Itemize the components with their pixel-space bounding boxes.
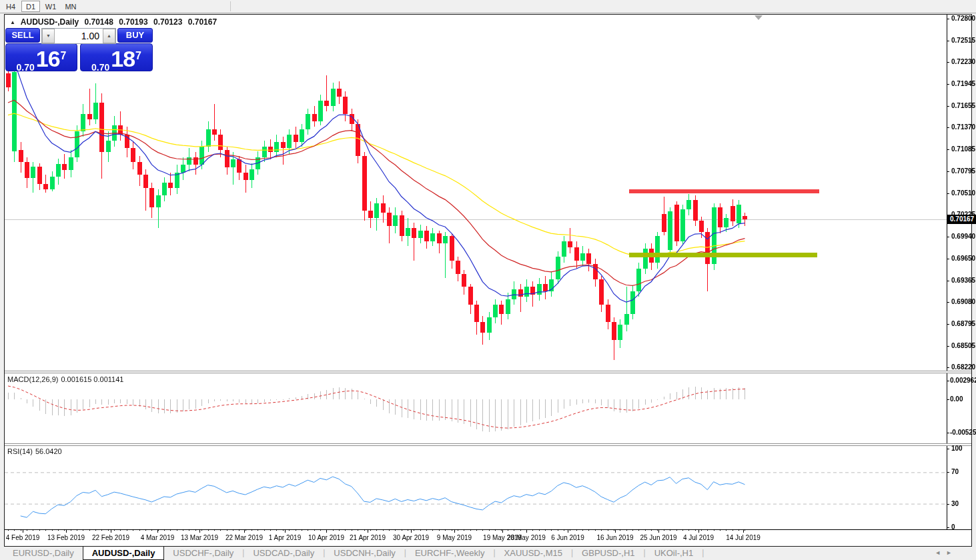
macd-axis-label: -0.005255: [950, 429, 976, 436]
rsi-value: 56.0420: [35, 447, 62, 455]
sell-price-prefix: 0.70: [17, 62, 35, 73]
sell-price-big: 16: [36, 46, 60, 71]
chart-symbol: AUDUSD-,Daily: [21, 17, 79, 27]
price-axis-label: 0.72515: [951, 37, 975, 44]
macd-axis-label: 0.002962: [950, 377, 976, 384]
buy-price-prefix: 0.70: [91, 62, 109, 73]
date-axis-label: 22 Feb 2019: [86, 534, 135, 541]
tab-scroll-arrows[interactable]: ◄►: [935, 549, 957, 556]
tab-xauusd-m15[interactable]: XAUUSD-,M15: [496, 547, 571, 560]
rsi-axis-label: 0: [951, 523, 955, 531]
date-axis-label: 9 May 2019: [430, 534, 479, 541]
buy-price-box[interactable]: 0.70187: [80, 43, 153, 71]
buy-price-big: 18: [111, 46, 135, 71]
collapse-panel-icon[interactable]: ▲: [10, 19, 15, 25]
tab-eurchf-weekly[interactable]: EURCHF-,Weekly: [406, 547, 494, 560]
timeframe-toolbar: H4 D1 W1 MN: [0, 0, 976, 13]
timeframe-button-d1[interactable]: D1: [21, 1, 40, 12]
rsi-indicator-label: RSI(14)56.0420: [7, 447, 65, 455]
price-axis-label: 0.69365: [951, 277, 975, 284]
price-axis-label: 0.72230: [951, 58, 975, 65]
rsi-axis-label: 30: [951, 500, 959, 507]
rsi-axis-label: 100: [951, 445, 963, 452]
rsi-name: RSI(14): [7, 447, 33, 455]
macd-axis-label: 0.00: [950, 395, 963, 403]
timeframe-button-h4[interactable]: H4: [1, 1, 20, 12]
date-axis-label: 4 Jul 2019: [674, 534, 723, 541]
volume-increase-icon[interactable]: ▲: [103, 29, 115, 43]
current-price-tag: 0.70167: [947, 215, 976, 224]
macd-name: MACD(12,26,9): [7, 375, 58, 383]
macd-values: 0.001615 0.001141: [61, 375, 123, 383]
timeframe-button-w1[interactable]: W1: [41, 1, 60, 12]
tab-usdcnh-daily[interactable]: USDCNH-,Daily: [325, 547, 404, 560]
buy-price-sup: 7: [135, 50, 141, 61]
rsi-axis-label: 70: [951, 468, 959, 475]
price-axis-label: 0.71945: [951, 80, 975, 87]
tab-audusd-daily[interactable]: AUDUSD-,Daily: [83, 547, 165, 560]
tab-usdchf-daily[interactable]: USDCHF-,Daily: [164, 547, 242, 560]
price-axis-label: 0.70510: [951, 189, 975, 197]
ohlc-close: 0.70167: [188, 17, 217, 27]
one-click-trade-panel: SELL ▼ 1.00 ▲ BUY 0.70167 0.70187: [5, 28, 153, 73]
tab-separator: |: [702, 547, 704, 560]
price-axis-label: 0.68795: [951, 320, 975, 327]
price-axis-label: 0.69080: [951, 298, 975, 305]
chart-canvas[interactable]: [5, 15, 971, 545]
volume-decrease-icon[interactable]: ▼: [42, 29, 55, 43]
macd-indicator-label: MACD(12,26,9)0.001615 0.001141: [7, 375, 126, 383]
date-axis-label: 14 Jul 2019: [718, 534, 768, 541]
date-axis-label: 6 Jun 2019: [543, 534, 592, 541]
date-axis-label: 4 Feb 2019: [0, 534, 47, 541]
ohlc-high: 0.70193: [119, 17, 147, 27]
trade-panel-top-row: SELL ▼ 1.00 ▲ BUY: [5, 28, 153, 43]
tab-eurusd-daily[interactable]: EURUSD-,Daily: [4, 547, 83, 560]
price-axis-label: 0.69940: [951, 233, 975, 240]
tab-scroll-left-icon[interactable]: ◄: [935, 549, 946, 556]
date-axis-label: 30 Apr 2019: [386, 534, 436, 541]
date-axis-label: 16 Jun 2019: [590, 534, 640, 541]
price-axis-label: 0.68220: [951, 363, 975, 371]
timeframe-button-mn[interactable]: MN: [61, 1, 80, 12]
price-axis-label: 0.72800: [951, 15, 975, 22]
tab-scroll-right-icon[interactable]: ►: [946, 549, 957, 556]
trade-panel-price-row: 0.70167 0.70187: [5, 43, 153, 72]
price-axis-label: 0.71655: [951, 102, 975, 109]
date-axis-label: 13 Feb 2019: [41, 534, 91, 541]
sell-price-sup: 7: [61, 50, 67, 61]
chart-window: ▲ AUDUSD-,Daily 0.70148 0.70193 0.70123 …: [4, 14, 972, 547]
volume-input[interactable]: 1.00: [55, 29, 103, 43]
chart-title: ▲ AUDUSD-,Daily 0.70148 0.70193 0.70123 …: [10, 17, 220, 27]
sell-price-box[interactable]: 0.70167: [5, 43, 77, 71]
buy-button[interactable]: BUY: [117, 28, 153, 43]
price-axis-label: 0.71370: [951, 123, 975, 131]
volume-spinner: ▼ 1.00 ▲: [41, 28, 116, 44]
tab-gbpusd-h1[interactable]: GBPUSD-,H1: [573, 547, 643, 560]
chart-tab-bar: EURUSD-,DailyAUDUSD-,DailyUSDCHF-,Daily|…: [0, 547, 976, 560]
price-axis-label: 0.68505: [951, 342, 975, 349]
date-axis-label: 21 Apr 2019: [343, 534, 392, 541]
sell-button[interactable]: SELL: [5, 28, 40, 43]
ohlc-open: 0.70148: [85, 17, 113, 27]
price-axis-label: 0.70795: [951, 167, 975, 175]
tab-ukoil-h1[interactable]: UKOil-,H1: [646, 547, 702, 560]
price-axis-label: 0.71085: [951, 145, 975, 153]
toolbar-separator: [230, 1, 231, 11]
tab-usdcad-daily[interactable]: USDCAD-,Daily: [244, 547, 323, 560]
price-axis-label: 0.69650: [951, 255, 975, 262]
ohlc-low: 0.70123: [153, 17, 182, 27]
date-axis-label: 13 Mar 2019: [175, 534, 224, 541]
